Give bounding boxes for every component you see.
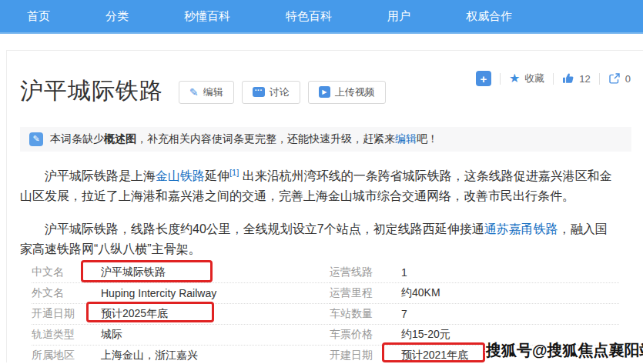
notice-text: 本词条缺少概述图，补充相关内容使词条更完整，还能快速升级，赶紧来编辑吧！ — [50, 132, 438, 146]
title-actions: ✎编辑···讨论▶上传视频 — [179, 81, 386, 104]
divider — [553, 73, 554, 85]
button-label: 编辑 — [203, 85, 223, 99]
infobox-label: 开建日期 — [330, 349, 401, 362]
infobox-label: 运营里程 — [330, 286, 401, 300]
infobox-label: 所属地区 — [32, 349, 101, 362]
pencil-badge-icon: ✎ — [29, 132, 43, 146]
discuss-button[interactable]: ···讨论 — [242, 81, 300, 104]
inline-link[interactable]: 金山铁路 — [156, 169, 205, 182]
infobox-label: 车票价格 — [330, 328, 401, 342]
infobox-value: 上海金山，浙江嘉兴 — [101, 349, 198, 362]
article-paragraph: 沪平城际铁路是上海金山铁路延伸[1] 出来沿杭州湾环线的一条跨省城际铁路，这条线… — [20, 162, 619, 206]
video-icon: ▶ — [319, 86, 330, 98]
top-navbar: 首页分类秒懂百科特色百科用户权威合作 — [0, 0, 643, 34]
like-count: 12 — [579, 73, 590, 85]
upload-video-button[interactable]: ▶上传视频 — [308, 81, 386, 104]
sohu-watermark: 搜狐号@搜狐焦点襄阳站 — [486, 340, 643, 361]
share-button[interactable]: 0 — [608, 72, 631, 85]
infobox-value: 7 — [401, 308, 407, 320]
infobox-value: 沪平城际铁路 — [101, 265, 166, 279]
infobox-row: 运营线路1 — [330, 262, 619, 283]
pencil-icon: ✎ — [189, 87, 199, 98]
article-body: 沪平城际铁路是上海金山铁路延伸[1] 出来沿杭州湾环线的一条跨省城际铁路，这条线… — [20, 162, 631, 259]
article-paragraph: 沪平城际铁路，线路长度约40公里，全线规划设立7个站点，初定线路西延伸接通通苏嘉… — [20, 219, 619, 259]
notice-edit-link[interactable]: 编辑 — [395, 132, 417, 145]
edit-button[interactable]: ✎编辑 — [179, 81, 234, 104]
infobox-value: 预计2025年底 — [101, 307, 168, 321]
nav-item-miaodong-baike[interactable]: 秒懂百科 — [184, 9, 230, 24]
nav-item-authority-cooperation[interactable]: 权威合作 — [466, 9, 512, 24]
star-icon: ★ — [509, 72, 520, 85]
infobox-label: 中文名 — [32, 265, 101, 279]
nav-item-home[interactable]: 首页 — [27, 9, 50, 24]
thumbs-up-icon — [562, 72, 574, 85]
social-row: + ★ 收藏 12 0 — [476, 71, 631, 86]
divider — [599, 73, 600, 85]
infobox-value: 预计2021年底 — [401, 349, 468, 362]
share-icon — [608, 72, 621, 85]
button-label: 讨论 — [270, 85, 290, 99]
infobox-label: 外文名 — [32, 286, 101, 300]
infobox-row: 开通日期预计2025年底 — [32, 304, 330, 325]
share-count: 0 — [625, 73, 631, 85]
infobox-row: 车站数量7 — [330, 304, 619, 325]
content-card: + ★ 收藏 12 0 沪平城际铁路 — [6, 50, 643, 362]
nav-item-category[interactable]: 分类 — [105, 9, 129, 24]
comment-icon: ··· — [253, 87, 265, 97]
infobox-label: 车站数量 — [330, 307, 401, 321]
infobox-row: 中文名沪平城际铁路 — [32, 262, 330, 283]
nav-item-featured-baike[interactable]: 特色百科 — [286, 9, 332, 24]
infobox-value: 城际 — [101, 328, 122, 342]
collect-label: 收藏 — [524, 72, 544, 85]
infobox-value: Huping Intercity Railway — [101, 287, 216, 299]
infobox-value: 1 — [401, 266, 407, 279]
infobox-label: 开通日期 — [32, 307, 101, 321]
reference-link[interactable]: [1] — [229, 168, 239, 177]
collect-button[interactable]: ★ 收藏 — [509, 72, 544, 85]
infobox-value: 约40KM — [401, 286, 440, 300]
infobox-left-column: 中文名沪平城际铁路外文名Huping Intercity Railway开通日期… — [20, 262, 330, 364]
infobox-row: 外文名Huping Intercity Railway — [32, 283, 330, 304]
page-title: 沪平城际铁路 — [20, 75, 163, 107]
infobox-label: 轨道类型 — [32, 328, 101, 342]
infobox-row: 运营里程约40KM — [330, 283, 619, 304]
infobox-label: 运营线路 — [330, 265, 401, 279]
like-button[interactable]: 12 — [562, 72, 590, 85]
inline-link[interactable]: 通苏嘉甬铁路 — [484, 222, 558, 235]
add-icon[interactable]: + — [476, 71, 491, 86]
nav-item-user[interactable]: 用户 — [387, 9, 410, 24]
infobox-value: 约15-20元 — [401, 328, 450, 342]
infobox-row: 所属地区上海金山，浙江嘉兴 — [32, 346, 330, 364]
button-label: 上传视频 — [335, 85, 375, 99]
divider — [500, 73, 501, 85]
infobox-row: 轨道类型城际 — [32, 325, 330, 346]
notice-bar: ✎ 本词条缺少概述图，补充相关内容使词条更完整，还能快速升级，赶紧来编辑吧！ — [20, 127, 631, 152]
